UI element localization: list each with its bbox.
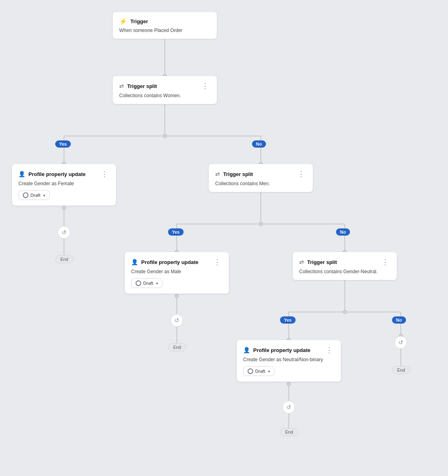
split1-title: Trigger split <box>127 83 157 89</box>
split3-title: Trigger split <box>307 259 337 265</box>
trigger-card: ⚡ Trigger When someone Placed Order <box>113 12 217 39</box>
profile-male-title: Profile property update <box>141 259 198 265</box>
split2-title: Trigger split <box>223 171 253 177</box>
split3-card: ⇄ Trigger split ⋮ Collections contains G… <box>293 252 397 280</box>
split3-subtitle: Collections contains Gender-Neutral. <box>299 269 390 274</box>
trigger-subtitle: When someone Placed Order <box>119 28 210 33</box>
person-icon-female: 👤 <box>18 171 25 177</box>
profile-neutral-status: Draft <box>255 369 265 374</box>
connector-dot-5 <box>62 206 66 210</box>
split2-subtitle: Collections contains Men. <box>215 181 306 186</box>
chevron-female: ▾ <box>43 193 45 198</box>
reconnect-circle-neutral: ↺ <box>282 401 295 414</box>
draft-icon-neutral <box>248 368 253 374</box>
end-badge-male: End <box>168 343 186 351</box>
profile-male-subtitle: Create Gender as Male <box>131 269 222 274</box>
profile-neutral-draft-button[interactable]: Draft ▾ <box>243 366 274 376</box>
yes-badge-3: Yes <box>280 316 296 324</box>
connector-dot-10 <box>343 310 347 314</box>
chevron-neutral: ▾ <box>268 369 270 374</box>
no-badge-3: No <box>392 316 406 324</box>
profile-female-title: Profile property update <box>28 171 86 177</box>
end-badge-female: End <box>55 255 74 263</box>
split1-card: ⇄ Trigger split ⋮ Collections contains W… <box>113 76 217 104</box>
profile-male-status: Draft <box>143 281 153 286</box>
split2-card: ⇄ Trigger split ⋮ Collections contains M… <box>209 164 313 192</box>
yes-badge-2: Yes <box>168 228 184 236</box>
split3-menu-button[interactable]: ⋮ <box>380 258 390 266</box>
profile-neutral-title: Profile property update <box>253 347 310 353</box>
split-icon-2: ⇄ <box>215 171 220 177</box>
connector-dot-6 <box>259 222 263 226</box>
profile-female-subtitle: Create Gender as Female <box>18 181 110 186</box>
profile-male-draft-button[interactable]: Draft ▾ <box>131 278 162 288</box>
split1-menu-button[interactable]: ⋮ <box>200 82 210 90</box>
profile-female-status: Draft <box>30 193 40 198</box>
profile-neutral-card: 👤 Profile property update ⋮ Create Gende… <box>237 340 341 382</box>
split-icon-3: ⇄ <box>299 259 304 265</box>
no-badge-1: No <box>252 140 266 148</box>
profile-female-draft-button[interactable]: Draft ▾ <box>18 190 50 200</box>
reconnect-circle-male: ↺ <box>170 314 183 327</box>
connector-dot-13 <box>287 382 291 386</box>
split1-subtitle: Collections contains Women. <box>119 93 210 98</box>
profile-neutral-subtitle: Create Gender as Neutral/Non-binary <box>243 357 334 362</box>
end-badge-neutral: End <box>280 428 298 436</box>
reconnect-circle-no3: ↺ <box>394 336 407 349</box>
split2-menu-button[interactable]: ⋮ <box>296 170 306 178</box>
trigger-title: Trigger <box>130 18 148 24</box>
bolt-icon: ⚡ <box>119 18 127 25</box>
connector-dot-9 <box>175 294 179 298</box>
person-icon-male: 👤 <box>131 259 138 265</box>
no-badge-2: No <box>336 228 350 236</box>
person-icon-neutral: 👤 <box>243 347 250 353</box>
profile-neutral-menu-button[interactable]: ⋮ <box>324 346 334 354</box>
profile-female-card: 👤 Profile property update ⋮ Create Gende… <box>12 164 116 206</box>
profile-male-card: 👤 Profile property update ⋮ Create Gende… <box>125 252 229 294</box>
chevron-male: ▾ <box>156 281 158 286</box>
split-icon-1: ⇄ <box>119 83 124 89</box>
draft-icon-female <box>23 192 28 198</box>
connector-dot-2 <box>163 134 167 138</box>
end-badge-no3: End <box>392 366 410 374</box>
profile-male-menu-button[interactable]: ⋮ <box>212 258 222 266</box>
draft-icon-male <box>136 280 141 286</box>
reconnect-circle-female: ↺ <box>58 226 70 239</box>
yes-badge-1: Yes <box>55 140 71 148</box>
profile-female-menu-button[interactable]: ⋮ <box>99 170 110 178</box>
